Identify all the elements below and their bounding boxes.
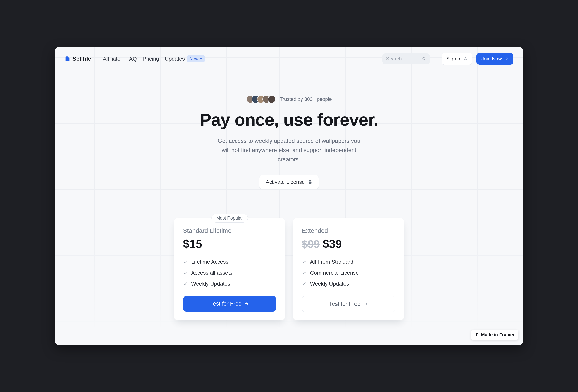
feature-label: Commercial License xyxy=(310,270,359,276)
search-box[interactable] xyxy=(382,53,430,64)
check-icon xyxy=(302,259,307,264)
join-label: Join Now xyxy=(482,56,502,62)
arrow-right-icon xyxy=(244,301,249,306)
feature-list: Lifetime Access Access all assets Weekly… xyxy=(183,259,276,287)
feature-label: Weekly Updates xyxy=(191,281,230,287)
feature-item: Access all assets xyxy=(183,270,276,276)
feature-item: Lifetime Access xyxy=(183,259,276,265)
most-popular-badge: Most Popular xyxy=(211,214,248,223)
framer-label: Made in Framer xyxy=(481,332,515,338)
feature-label: All From Standard xyxy=(310,259,353,265)
lock-icon xyxy=(308,180,312,184)
svg-point-0 xyxy=(423,58,425,60)
framer-badge[interactable]: Made in Framer xyxy=(471,330,518,340)
logo[interactable]: Sellfile xyxy=(65,55,91,62)
feature-item: Weekly Updates xyxy=(183,281,276,287)
search-icon xyxy=(422,56,426,61)
avatar xyxy=(268,95,276,103)
plan-old-price: $99 xyxy=(302,238,320,250)
plan-price: $15 xyxy=(183,237,202,251)
app-window: Sellfile Affiliate FAQ Pricing Updates N… xyxy=(55,47,523,345)
feature-item: Weekly Updates xyxy=(302,281,395,287)
check-icon xyxy=(302,281,307,286)
framer-icon xyxy=(475,333,479,337)
navbar: Sellfile Affiliate FAQ Pricing Updates N… xyxy=(55,47,523,71)
hero: Trusted by 300+ people Pay once, use for… xyxy=(55,71,523,201)
avatar-stack xyxy=(246,95,276,103)
plan-extended: Extended $99 $39 All From Standard Comme… xyxy=(293,218,404,320)
nav-updates[interactable]: Updates New xyxy=(165,55,205,62)
join-button[interactable]: Join Now xyxy=(477,53,513,65)
signin-label: Sign in xyxy=(446,56,461,62)
trust-text: Trusted by 300+ people xyxy=(280,96,332,102)
feature-label: Weekly Updates xyxy=(310,281,349,287)
file-icon xyxy=(65,56,70,62)
pricing-cards: Most Popular Standard Lifetime $15 Lifet… xyxy=(55,202,523,345)
brand-name: Sellfile xyxy=(72,55,91,62)
cta-label: Test for Free xyxy=(329,301,360,307)
hero-subtitle: Get access to weekly updated source of w… xyxy=(215,136,363,164)
new-badge-text: New xyxy=(189,56,198,61)
plan-title: Standard Lifetime xyxy=(183,227,276,234)
divider xyxy=(435,55,436,62)
check-icon xyxy=(183,281,188,286)
price-row: $99 $39 xyxy=(302,237,395,251)
svg-point-1 xyxy=(465,58,466,59)
nav-updates-label: Updates xyxy=(165,56,185,62)
signin-button[interactable]: Sign in xyxy=(441,53,472,65)
test-free-button[interactable]: Test for Free xyxy=(183,296,276,311)
hero-title: Pay once, use forever. xyxy=(63,110,515,130)
divider xyxy=(97,55,97,62)
feature-list: All From Standard Commercial License Wee… xyxy=(302,259,395,287)
user-icon xyxy=(463,57,468,61)
nav-links: Affiliate FAQ Pricing Updates New xyxy=(103,55,205,62)
check-icon xyxy=(183,270,188,275)
feature-label: Access all assets xyxy=(191,270,232,276)
nav-affiliate[interactable]: Affiliate xyxy=(103,56,120,62)
svg-rect-2 xyxy=(309,182,311,184)
price-row: $15 xyxy=(183,237,276,251)
nav-faq[interactable]: FAQ xyxy=(126,56,137,62)
activate-label: Activate License xyxy=(266,179,305,185)
nav-pricing[interactable]: Pricing xyxy=(143,56,159,62)
activate-license-button[interactable]: Activate License xyxy=(259,175,319,189)
plan-title: Extended xyxy=(302,227,395,234)
sparkle-icon xyxy=(200,57,202,60)
cta-label: Test for Free xyxy=(210,301,241,307)
test-free-button[interactable]: Test for Free xyxy=(302,296,395,312)
feature-item: Commercial License xyxy=(302,270,395,276)
arrow-right-icon xyxy=(504,56,508,61)
feature-label: Lifetime Access xyxy=(191,259,229,265)
check-icon xyxy=(183,259,188,264)
check-icon xyxy=(302,270,307,275)
arrow-right-icon xyxy=(363,302,368,306)
search-input[interactable] xyxy=(386,56,420,62)
feature-item: All From Standard xyxy=(302,259,395,265)
plan-price: $39 xyxy=(323,237,342,251)
trust-row: Trusted by 300+ people xyxy=(246,95,332,103)
plan-standard: Most Popular Standard Lifetime $15 Lifet… xyxy=(174,218,285,320)
new-badge: New xyxy=(187,55,205,62)
